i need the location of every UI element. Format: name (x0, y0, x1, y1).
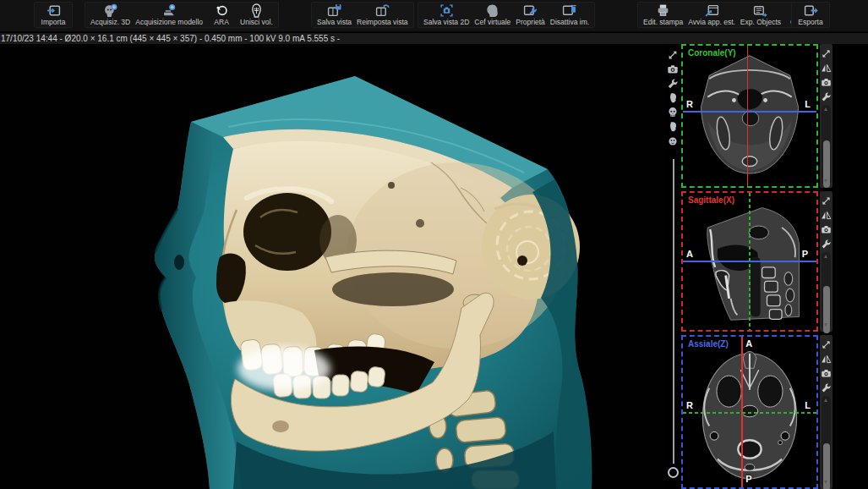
orientation-label-right: R (686, 400, 693, 410)
toolbar-group-export: Esporta (791, 2, 830, 28)
export-objects-button[interactable]: Exp. Objects (740, 3, 782, 26)
resize-icon[interactable] (821, 195, 832, 206)
3d-viewport[interactable] (0, 44, 666, 489)
orientation-label-left: L (805, 400, 811, 410)
slice-panel: Coronale(Y) R L (666, 44, 868, 489)
export-objects-icon (752, 3, 768, 18)
import-icon (46, 3, 62, 18)
main-toolbar: Importa Acquisiz. 3D Acquisizione modell… (0, 0, 868, 32)
resize-icon[interactable] (821, 48, 832, 59)
toolbar-group-acquisition: Acquisiz. 3D Acquisizione modello ARA Un… (85, 2, 279, 28)
orientation-label-anterior: A (745, 338, 752, 349)
sphere-view-icon[interactable] (667, 135, 679, 147)
acquisition-parameters: 17/10/23 14:44 - Ø20.0 × 16.1 cm (445 × … (1, 34, 340, 43)
disable-image-icon (561, 3, 577, 18)
scroll-up-arrow[interactable] (824, 255, 827, 258)
application-window: Importa Acquisiz. 3D Acquisizione modell… (0, 0, 868, 489)
merge-volumes-button[interactable]: Unisci vol. (239, 3, 274, 26)
wrench-icon[interactable] (821, 239, 832, 250)
sagittal-view-toolbar (820, 191, 833, 332)
camera-icon[interactable] (821, 368, 832, 379)
coronal-axial-plane-line[interactable] (683, 111, 816, 113)
orientation-label-anterior: A (686, 249, 693, 259)
scroll-down-arrow[interactable] (824, 481, 827, 484)
virtual-ceph-button[interactable]: Cef virtuale (473, 3, 511, 26)
merge-volumes-icon (248, 3, 265, 18)
orientation-label-left: L (805, 99, 811, 109)
export-button[interactable]: Esporta (796, 3, 825, 26)
orientation-label-right: R (686, 99, 693, 109)
3d-skull-rendering (34, 44, 668, 489)
workspace: Coronale(Y) R L (0, 44, 868, 489)
print-edit-button[interactable]: Edit. stampa (642, 3, 684, 26)
face-profile-icon[interactable] (667, 121, 679, 133)
panel-toolbar (666, 44, 680, 489)
coronal-slice-scrollbar[interactable] (822, 105, 831, 185)
sagittal-axial-plane-line[interactable] (683, 261, 816, 262)
import-label: Importa (41, 19, 66, 26)
volume-opacity-slider[interactable] (673, 159, 674, 464)
properties-icon (522, 3, 538, 18)
acquire-3d-icon (102, 3, 118, 18)
print-edit-icon (655, 3, 671, 18)
sagittal-slice-scrollbar[interactable] (822, 252, 831, 329)
wrench-icon[interactable] (667, 78, 679, 90)
axial-coronal-plane-line[interactable] (683, 412, 816, 414)
coronal-sagittal-plane-line[interactable] (747, 46, 749, 186)
launch-external-app-button[interactable]: Avvia app. est. (687, 3, 736, 26)
camera-icon[interactable] (667, 63, 679, 75)
skull-icon[interactable] (667, 107, 679, 118)
coronal-ct-slice (683, 46, 816, 186)
camera-icon[interactable] (821, 77, 832, 88)
axial-view-toolbar (820, 335, 833, 489)
disable-image-button[interactable]: Disattiva im. (549, 3, 590, 26)
toolbar-group-view: Salva vista Reimposta vista (311, 2, 414, 28)
coronal-view[interactable]: Coronale(Y) R L (681, 44, 818, 188)
axial-slice-scrollbar[interactable] (822, 396, 831, 486)
scroll-up-arrow[interactable] (824, 398, 827, 402)
mirror-icon[interactable] (821, 210, 832, 221)
axial-view[interactable]: Assiale(Z) A P R L (681, 335, 818, 489)
orientation-label-posterior: P (802, 249, 808, 259)
scroll-down-arrow[interactable] (824, 323, 827, 327)
export-icon (803, 3, 819, 18)
resize-icon[interactable] (821, 339, 832, 350)
toolbar-group-import: Importa (34, 2, 73, 28)
sagittal-view[interactable]: Sagittale(X) A P (681, 191, 818, 332)
scroll-up-arrow[interactable] (824, 107, 827, 111)
acquire-3d-button[interactable]: Acquisiz. 3D (90, 3, 131, 26)
coronal-view-toolbar (820, 44, 833, 188)
orientation-label-posterior: P (745, 474, 751, 484)
scroll-down-arrow[interactable] (824, 179, 827, 183)
save-view-2d-icon (439, 3, 455, 18)
properties-button[interactable]: Proprietà (515, 3, 546, 26)
sagittal-view-title: Sagittale(X) (688, 195, 734, 205)
reset-view-button[interactable]: Reimposta vista (356, 3, 408, 26)
ara-button[interactable]: ARA (207, 3, 236, 26)
reset-view-icon (374, 3, 390, 18)
save-view-2d-button[interactable]: Salva vista 2D (423, 3, 470, 26)
volume-opacity-slider-handle[interactable] (668, 467, 679, 478)
resize-icon[interactable] (667, 49, 679, 61)
status-bar: 17/10/23 14:44 - Ø20.0 × 16.1 cm (445 × … (0, 33, 868, 44)
virtual-ceph-icon (484, 3, 500, 18)
mirror-icon[interactable] (821, 63, 832, 74)
mirror-icon[interactable] (821, 354, 832, 365)
model-acquisition-icon (161, 3, 177, 18)
soft-tissue-profile-icon[interactable] (667, 92, 679, 104)
save-view-icon (326, 3, 342, 18)
wrench-icon[interactable] (821, 382, 832, 393)
axial-view-title: Assiale(Z) (688, 339, 729, 349)
camera-icon[interactable] (821, 224, 832, 235)
save-view-button[interactable]: Salva vista (316, 3, 352, 26)
launch-external-app-icon (704, 3, 720, 18)
import-button[interactable]: Importa (39, 3, 68, 26)
toolbar-group-tools: Salva vista 2D Cef virtuale Proprietà Di… (418, 2, 595, 28)
wrench-icon[interactable] (821, 91, 832, 102)
coronal-view-title: Coronale(Y) (688, 48, 736, 58)
model-acquisition-button[interactable]: Acquisizione modello (134, 3, 204, 26)
ara-icon (214, 3, 230, 18)
